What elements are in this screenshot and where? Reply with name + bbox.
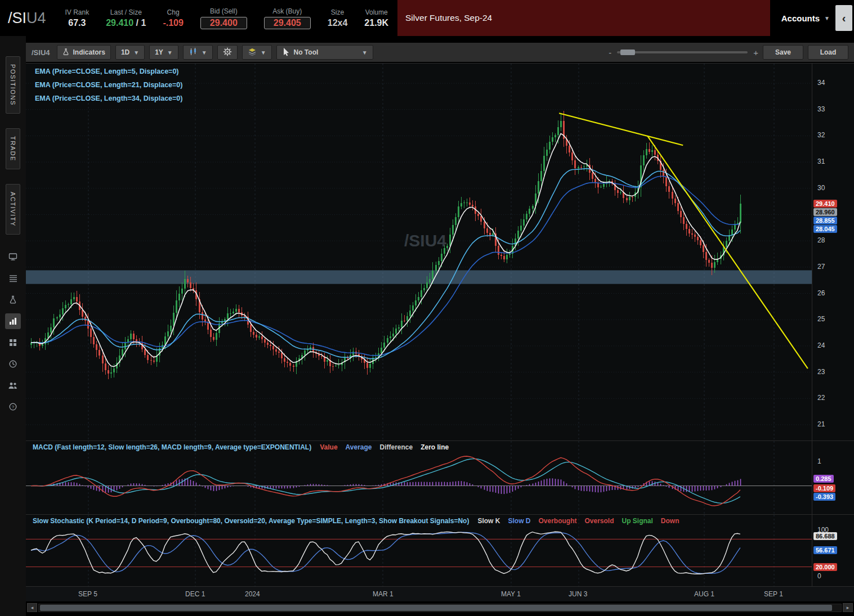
symbol: /SIU4 — [8, 10, 46, 27]
quote-field-bid-sell: Bid (Sell)29.400 — [200, 7, 247, 29]
macd-panel: MACD (Fast length=12, Slow length=26, MA… — [26, 440, 854, 514]
legend-difference: Difference — [379, 443, 413, 451]
price-tick-30: 30 — [817, 184, 825, 192]
quote-field-volume: Volume21.9K — [364, 8, 388, 28]
price-tick-27: 27 — [817, 263, 825, 271]
quote-field-label: Last / Size — [110, 8, 142, 16]
legend-value: Value — [320, 443, 337, 451]
help-icon[interactable]: ? — [5, 399, 21, 415]
svg-text:?: ? — [12, 404, 15, 410]
macd-bubble-2: -0.393 — [813, 493, 835, 501]
zoom-slider[interactable] — [617, 51, 748, 53]
timeframe-dropdown[interactable]: 1D ▼ — [115, 45, 145, 60]
accounts-dropdown[interactable]: Accounts ▼ — [770, 14, 835, 23]
price-tick-25: 25 — [817, 315, 825, 323]
flask-icon[interactable] — [5, 292, 21, 308]
quote-field-value: 29.410 / 1 — [106, 18, 146, 28]
quote-fields: IV Rank67.3Last / Size29.410 / 1Chg-.109… — [65, 7, 389, 29]
monitor-icon[interactable] — [5, 249, 21, 265]
time-label-2024: 2024 — [245, 590, 260, 598]
stoch-plot[interactable] — [26, 515, 812, 587]
collapse-panel-icon: ‹ — [842, 12, 846, 25]
scrollbar-track[interactable] — [38, 604, 842, 612]
collapse-panel-button[interactable]: ‹ — [835, 5, 852, 31]
settings-button[interactable] — [217, 45, 238, 60]
legend-average: Average — [346, 443, 372, 451]
macd-title[interactable]: MACD (Fast length=12, Slow length=26, MA… — [33, 443, 311, 451]
stoch-title[interactable]: Slow Stochastic (K Period=14, D Period=9… — [33, 517, 469, 525]
drawings-dropdown[interactable]: ▼ — [242, 45, 272, 60]
price-bubble-2: 28.855 — [813, 217, 837, 224]
macd-plot[interactable] — [26, 441, 812, 514]
sidebar-tab-positions[interactable]: POSITIONS — [6, 56, 20, 114]
flask-icon — [62, 48, 69, 57]
stoch-bubble-0: 86.688 — [813, 532, 837, 540]
range-dropdown[interactable]: 1Y ▼ — [149, 45, 178, 60]
study-label-ema-1[interactable]: EMA (Price=CLOSE, Length=21, Displace=0) — [35, 81, 182, 89]
quote-field-value: -.109 — [163, 18, 183, 28]
stoch-axis[interactable]: 100086.68856.67120.000 — [812, 515, 854, 587]
chart-scrollbar: ◂ ▸ — [27, 602, 853, 613]
macd-axis[interactable]: 10.285-0.109-0.393 — [812, 441, 854, 514]
people-icon[interactable] — [5, 377, 21, 393]
sidebar-tab-activity[interactable]: ACTIVITY — [6, 184, 20, 235]
legend-slow-k: Slow K — [477, 517, 500, 525]
zoom-in-button[interactable]: + — [753, 48, 758, 57]
quote-field-value: 12x4 — [328, 18, 348, 28]
cursor-icon — [282, 47, 290, 58]
quote-field-value[interactable]: 29.400 — [200, 17, 247, 29]
quote-field-iv-rank: IV Rank67.3 — [65, 8, 90, 28]
scroll-left-icon: ◂ — [31, 605, 34, 610]
quote-field-label: Volume — [365, 8, 388, 16]
history-icon[interactable] — [5, 356, 21, 372]
symbol-root: /SI — [8, 10, 26, 26]
quote-field-chg: Chg-.109 — [163, 8, 183, 28]
macd-tick-1: 1 — [817, 457, 821, 465]
chevron-down-icon: ▼ — [261, 50, 266, 56]
zoom-out-button[interactable]: - — [609, 48, 611, 57]
load-button[interactable]: Load — [808, 45, 848, 60]
study-label-ema-0[interactable]: EMA (Price=CLOSE, Length=5, Displace=0) — [35, 68, 182, 75]
symbol-suffix: U4 — [26, 10, 46, 26]
scroll-right-button[interactable]: ▸ — [843, 603, 853, 612]
price-tick-28: 28 — [817, 236, 825, 244]
sidebar-tab-trade[interactable]: TRADE — [6, 128, 20, 169]
stoch-tick-0: 0 — [817, 572, 821, 580]
price-panel: /SIU4 EMA (Price=CLOSE, Length=5, Displa… — [26, 63, 854, 440]
accounts-label: Accounts — [781, 14, 820, 23]
indicators-button[interactable]: Indicators — [57, 45, 111, 60]
time-label-mar-1: MAR 1 — [373, 590, 394, 598]
stoch-panel: Slow Stochastic (K Period=14, D Period=9… — [26, 514, 854, 587]
time-label-sep-1: SEP 1 — [764, 590, 783, 598]
price-plot[interactable] — [26, 64, 812, 440]
save-button[interactable]: Save — [763, 45, 803, 60]
chart-type-dropdown[interactable]: ▼ — [183, 45, 213, 60]
quote-field-size: Size12x4 — [328, 8, 348, 28]
price-tick-33: 33 — [817, 105, 825, 113]
ledger-icon[interactable] — [5, 271, 21, 286]
scroll-left-button[interactable]: ◂ — [27, 603, 37, 612]
chart-icon[interactable] — [5, 313, 21, 329]
macd-header: MACD (Fast length=12, Slow length=26, MA… — [33, 443, 449, 451]
quote-field-label: Ask (Buy) — [272, 7, 302, 15]
legend-oversold: Oversold — [584, 517, 614, 525]
chevron-down-icon: ▼ — [362, 50, 368, 56]
price-tick-23: 23 — [817, 368, 825, 376]
scrollbar-thumb[interactable] — [40, 605, 832, 611]
candlestick-icon — [189, 47, 198, 58]
price-tick-34: 34 — [817, 79, 825, 87]
quote-field-value: 21.9K — [364, 18, 388, 28]
price-bubble-0: 29.410 — [813, 200, 837, 208]
tool-dropdown[interactable]: No Tool ▼ — [276, 45, 373, 60]
zoom-slider-thumb[interactable] — [620, 50, 635, 55]
grid-icon[interactable] — [5, 335, 21, 350]
quote-field-last-size: Last / Size29.410 / 1 — [106, 8, 146, 28]
quote-field-value[interactable]: 29.405 — [264, 17, 311, 29]
study-label-ema-2[interactable]: EMA (Price=CLOSE, Length=34, Displace=0) — [35, 95, 182, 102]
price-bubble-3: 28.045 — [813, 225, 837, 233]
quote-field-label: IV Rank — [65, 8, 90, 16]
time-label-aug-1: AUG 1 — [694, 590, 714, 598]
price-tick-32: 32 — [817, 131, 825, 139]
price-axis[interactable]: 343332313029282726252423222129.41028.960… — [812, 64, 854, 440]
quote-header: /SIU4 IV Rank67.3Last / Size29.410 / 1Ch… — [0, 0, 854, 36]
